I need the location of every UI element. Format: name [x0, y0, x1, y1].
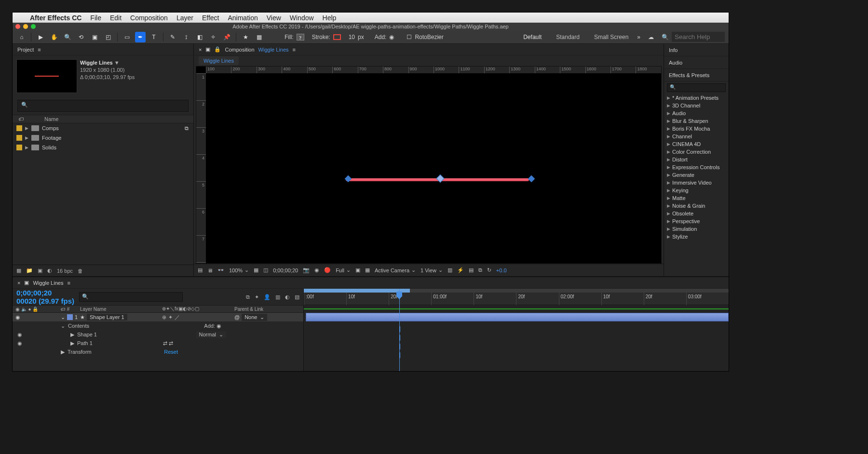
current-timecode[interactable]: 0;00;00;20 [16, 289, 52, 297]
stroke-swatch[interactable] [333, 34, 341, 40]
grid-icon[interactable]: ▦ [365, 267, 370, 273]
new-comp-icon[interactable]: ▣ [38, 267, 42, 274]
fill-swatch[interactable] [297, 34, 304, 40]
effects-category[interactable]: ▶* Animation Presets [664, 94, 729, 102]
camera-dropdown[interactable]: Active Camera [375, 267, 409, 273]
effects-search-input[interactable] [667, 83, 726, 92]
switches-column[interactable]: ⊕✦＼fx▣◐⊘◇▢ [162, 306, 234, 312]
menu-help[interactable]: Help [323, 14, 337, 22]
resolution-icon[interactable]: 🖥 [207, 267, 213, 273]
tag-icon[interactable]: 🏷 [18, 116, 24, 122]
eye-icon[interactable]: ◉ [15, 307, 20, 312]
label-icon[interactable]: 🏷 [61, 307, 66, 312]
path-operation-icons[interactable]: ⇄ ⇄ [163, 340, 173, 347]
graph-editor-icon[interactable]: ▧ [295, 294, 299, 300]
effects-category[interactable]: ▶Generate [664, 171, 729, 179]
menu-file[interactable]: File [90, 14, 101, 22]
eraser-tool-icon[interactable]: ◧ [194, 32, 205, 42]
flowchart-icon[interactable]: ⧉ [185, 125, 189, 132]
effects-category[interactable]: ▶Channel [664, 133, 729, 140]
effects-category[interactable]: ▶Noise & Grain [664, 202, 729, 210]
bit-depth-toggle[interactable]: 16 bpc [57, 268, 73, 274]
color-settings-icon[interactable]: ◐ [47, 267, 52, 274]
effects-category[interactable]: ▶Audio [664, 109, 729, 117]
menu-animation[interactable]: Animation [228, 14, 258, 22]
workspace-overflow-icon[interactable]: » [637, 34, 640, 40]
effects-category[interactable]: ▶Perspective [664, 217, 729, 225]
path-row[interactable]: ◉ ▶Path 1 ⇄ ⇄ [13, 339, 303, 347]
layer-row[interactable]: ◉ ⌄1 ★Shape Layer 1 ⊕✦／ @None⌄ [13, 313, 303, 321]
timeline-tab-name[interactable]: Wiggle Lines [33, 280, 63, 286]
parent-column[interactable]: Parent & Link [234, 307, 292, 312]
favorite-icon[interactable]: ★ [240, 32, 251, 42]
comp-name-link[interactable]: Wiggle Lines [258, 47, 289, 53]
work-area-bar[interactable] [304, 289, 410, 293]
pickwhip-icon[interactable]: @ [234, 314, 240, 320]
transparency-grid-icon[interactable]: ▦ [254, 267, 258, 273]
rotation-tool-icon[interactable]: ⟲ [76, 32, 86, 42]
effects-category[interactable]: ▶Boris FX Mocha [664, 125, 729, 133]
label-color[interactable] [67, 314, 73, 320]
selection-tool-icon[interactable]: ▶ [35, 32, 46, 42]
close-tab-icon[interactable]: × [199, 47, 202, 53]
zoom-dropdown[interactable]: 100% [229, 267, 243, 273]
workspace-default[interactable]: Default [517, 32, 547, 42]
add-menu-icon[interactable]: ◉ [217, 323, 221, 329]
rectangle-tool-icon[interactable]: ▭ [122, 32, 132, 42]
effects-category[interactable]: ▶Simulation [664, 225, 729, 233]
snapshot-icon[interactable]: 📷 [303, 267, 310, 273]
menu-composition[interactable]: Composition [130, 14, 168, 22]
parent-dropdown[interactable]: None⌄ [242, 314, 267, 321]
menu-effect[interactable]: Effect [202, 14, 219, 22]
app-menu[interactable]: After Effects CC [30, 14, 81, 22]
lock-icon[interactable]: 🔒 [214, 46, 221, 53]
menu-view[interactable]: View [267, 14, 281, 22]
effects-category[interactable]: ▶Expression Controls [664, 163, 729, 171]
playhead[interactable] [399, 289, 400, 371]
path-vertex[interactable] [528, 175, 535, 182]
solo-icon[interactable]: ● [28, 307, 31, 312]
contents-row[interactable]: ⌄Contents Add: ◉ [13, 321, 303, 330]
puppet-tool-icon[interactable]: 📌 [221, 32, 232, 42]
exposure-value[interactable]: +0.0 [496, 267, 507, 273]
workspace-smallscreen[interactable]: Small Screen [588, 32, 634, 42]
rotobezier-checkbox[interactable]: RotoBezier [415, 34, 443, 40]
brush-tool-icon[interactable]: ✎ [167, 32, 178, 42]
panel-menu-icon[interactable]: ≡ [67, 280, 70, 286]
home-tool-icon[interactable]: ⌂ [16, 32, 27, 42]
fast-preview-icon[interactable]: ⚡ [457, 267, 464, 273]
close-tab-icon[interactable]: × [17, 280, 20, 286]
menu-window[interactable]: Window [290, 14, 314, 22]
timeline-icon[interactable]: ▤ [469, 267, 474, 273]
audio-panel-header[interactable]: Audio [664, 56, 729, 69]
path-vertex-selected[interactable] [436, 174, 445, 183]
effects-category[interactable]: ▶Keying [664, 187, 729, 194]
project-panel-title[interactable]: Project [17, 47, 34, 53]
effects-category[interactable]: ▶Color Correction [664, 148, 729, 156]
stroke-width[interactable]: 10 [349, 34, 355, 40]
frame-blend-icon[interactable]: ▥ [275, 294, 280, 300]
project-search-input[interactable] [17, 100, 189, 112]
pen-tool-icon[interactable]: ✒ [135, 32, 146, 42]
camera-tool-icon[interactable]: ▣ [89, 32, 100, 42]
current-time[interactable]: 0;00;00;20 [273, 267, 298, 273]
visibility-toggle[interactable]: ◉ [15, 314, 20, 320]
macos-menubar[interactable]: After Effects CC File Edit Composition L… [13, 13, 729, 23]
time-ruler[interactable]: :00f10f20f01:00f10f20f02:00f10f20f03:00f [304, 289, 729, 305]
comp-mini-flowchart-icon[interactable]: ⧉ [246, 294, 250, 300]
blend-mode-dropdown[interactable]: Normal⌄ [196, 331, 226, 338]
twirl-down-icon[interactable]: ⌄ [61, 314, 65, 320]
effects-category[interactable]: ▶Distort [664, 156, 729, 163]
layer-duration-bar[interactable] [306, 313, 729, 321]
effects-category[interactable]: ▶Immersive Video [664, 179, 729, 187]
reset-button[interactable]: Reset [164, 349, 178, 355]
resolution-dropdown[interactable]: Full [336, 267, 344, 273]
composition-thumbnail[interactable] [16, 59, 77, 93]
show-channel-icon[interactable]: ◉ [314, 267, 319, 273]
effects-category[interactable]: ▶Blur & Sharpen [664, 117, 729, 125]
roi-icon[interactable]: ▣ [355, 267, 360, 273]
timeline-tracks[interactable]: :00f10f20f01:00f10f20f02:00f10f20f03:00f [304, 289, 729, 371]
zoom-tool-icon[interactable]: 🔍 [62, 32, 73, 42]
menu-edit[interactable]: Edit [110, 14, 122, 22]
fast-preview-icon[interactable]: 👓 [217, 267, 224, 273]
